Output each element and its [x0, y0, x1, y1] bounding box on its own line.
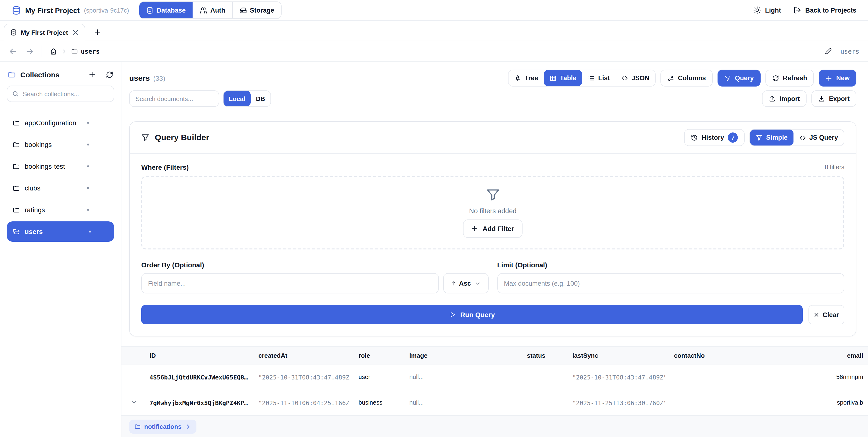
refresh-collections-button[interactable] — [106, 71, 113, 78]
refresh-label: Refresh — [783, 74, 807, 82]
search-icon — [12, 91, 19, 97]
database-logo-icon — [11, 6, 21, 15]
sidebar-item-users[interactable]: users — [7, 222, 114, 242]
breadcrumb-collection[interactable]: users — [71, 47, 100, 55]
sidebar-item-label: users — [25, 228, 43, 235]
column-header-lastsync: lastSync — [564, 352, 665, 359]
source-db-button[interactable]: DB — [251, 91, 271, 106]
breadcrumb-bar: users users — [0, 41, 868, 62]
view-json-button[interactable]: JSON — [616, 70, 655, 86]
back-arrow-icon[interactable] — [9, 47, 17, 55]
cell-role: business — [350, 399, 401, 406]
columns-button[interactable]: Columns — [660, 70, 713, 87]
clear-query-button[interactable]: Clear — [808, 305, 844, 324]
back-to-projects-button[interactable]: Back to Projects — [794, 6, 857, 14]
collection-search-input[interactable] — [23, 90, 109, 97]
view-list-label: List — [598, 74, 610, 82]
run-query-button[interactable]: Run Query — [141, 305, 803, 324]
mode-js-query-label: JS Query — [809, 134, 838, 141]
current-doc-id: users — [840, 47, 859, 55]
database-icon — [10, 29, 17, 36]
funnel-icon — [756, 134, 763, 141]
chevron-right-icon — [61, 48, 67, 54]
where-label: Where (Filters) — [141, 163, 189, 171]
chevron-down-icon[interactable] — [131, 399, 137, 405]
upload-icon — [769, 95, 776, 102]
subcollection-chip-label: notifications — [144, 423, 182, 430]
history-clock-icon — [691, 134, 698, 141]
refresh-icon — [772, 75, 779, 81]
refresh-button[interactable]: Refresh — [766, 70, 814, 87]
export-button[interactable]: Export — [811, 91, 857, 107]
project-title: My First Project — [25, 6, 80, 14]
query-button[interactable]: Query — [717, 70, 761, 87]
sort-direction-select[interactable]: Asc — [443, 273, 489, 294]
new-tab-button[interactable] — [94, 29, 101, 36]
folder-icon — [12, 141, 20, 148]
sidebar-item-bookings-test[interactable]: bookings-test — [7, 156, 114, 176]
order-by-field-input[interactable] — [148, 280, 432, 287]
section-nav: Database Auth Storage — [138, 1, 281, 19]
column-header-status: status — [518, 352, 564, 359]
sidebar-item-bookings[interactable]: bookings — [7, 134, 114, 155]
top-bar: My First Project (sportiva-9c17c) Databa… — [0, 0, 868, 21]
close-icon[interactable] — [72, 29, 79, 36]
limit-input[interactable] — [504, 280, 838, 287]
sidebar-item-clubs[interactable]: clubs — [7, 178, 114, 198]
query-options-row: Order By (Optional) Asc — [141, 261, 844, 294]
history-button[interactable]: History 7 — [684, 129, 745, 146]
collection-header: users (33) Tree Table — [121, 62, 868, 87]
cell-role: user — [350, 374, 401, 380]
nav-auth[interactable]: Auth — [193, 2, 233, 19]
table-row[interactable]: 7gMwhyjbxMgNr0x5QjBKgPZ4KP… "2025-11-10T… — [121, 390, 868, 416]
order-by-section: Order By (Optional) Asc — [141, 261, 489, 294]
home-icon[interactable] — [50, 47, 57, 55]
theme-toggle-button[interactable]: Light — [753, 6, 781, 14]
status-dot — [89, 231, 91, 233]
nav-storage[interactable]: Storage — [232, 2, 281, 19]
body: Collections appConfiguration — [0, 62, 868, 437]
add-collection-button[interactable] — [89, 71, 96, 78]
database-icon — [146, 6, 153, 14]
new-document-button[interactable]: New — [819, 70, 857, 87]
view-tree-label: Tree — [525, 74, 538, 82]
divider — [41, 45, 42, 57]
document-search-input[interactable] — [135, 95, 213, 102]
query-builder-header: Query Builder History 7 Simple — [130, 122, 856, 154]
view-table-button[interactable]: Table — [544, 70, 582, 86]
folder-icon — [12, 163, 20, 170]
sidebar-item-appconfiguration[interactable]: appConfiguration — [7, 113, 114, 133]
add-filter-label: Add Filter — [483, 225, 514, 233]
status-dot — [87, 143, 89, 145]
query-builder-body: Where (Filters) 0 filters No filters add… — [130, 154, 856, 336]
run-query-label: Run Query — [460, 311, 495, 318]
add-filter-button[interactable]: Add Filter — [463, 220, 523, 238]
nav-auth-label: Auth — [211, 6, 225, 14]
column-header-role: role — [350, 352, 401, 359]
import-button[interactable]: Import — [762, 91, 807, 107]
x-icon — [814, 312, 819, 317]
cell-email: 56nmnpm — [820, 374, 868, 380]
folder-icon — [71, 48, 78, 55]
view-list-button[interactable]: List — [582, 70, 616, 86]
nav-database[interactable]: Database — [139, 2, 193, 19]
row-expander-cell — [121, 399, 141, 407]
sidebar-item-label: clubs — [25, 184, 40, 192]
order-by-field — [141, 273, 439, 294]
mode-simple-label: Simple — [766, 134, 788, 141]
view-tree-button[interactable]: Tree — [509, 70, 544, 86]
mode-js-query-button[interactable]: JS Query — [793, 130, 844, 145]
download-icon — [818, 95, 825, 102]
play-icon — [449, 311, 456, 318]
mode-simple-button[interactable]: Simple — [750, 130, 794, 145]
forward-arrow-icon[interactable] — [26, 47, 34, 55]
columns-label: Columns — [678, 74, 706, 82]
project-tab[interactable]: My First Project — [4, 24, 85, 41]
pencil-icon[interactable] — [825, 48, 832, 55]
table-row[interactable]: 4S56bJLjQtdURKCvJWexU65EQ8… "2025-10-31T… — [121, 365, 868, 390]
subcollection-chip-notifications[interactable]: notifications — [129, 419, 197, 434]
folder-icon — [8, 71, 16, 79]
source-local-button[interactable]: Local — [223, 91, 251, 106]
sidebar-item-ratings[interactable]: ratings — [7, 200, 114, 220]
funnel-icon — [724, 75, 731, 81]
